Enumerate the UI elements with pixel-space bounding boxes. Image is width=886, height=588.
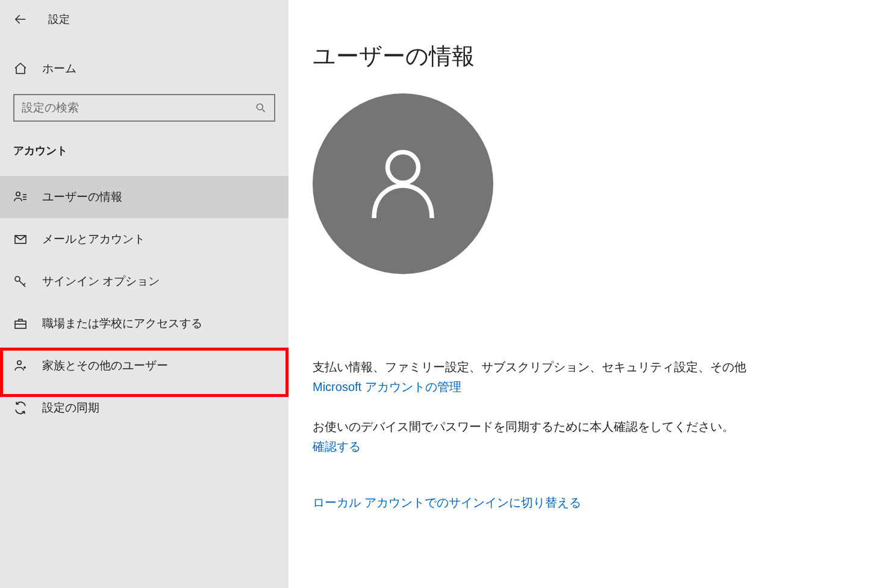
billing-block: 支払い情報、ファミリー設定、サブスクリプション、セキュリティ設定、その他 Mic… (313, 358, 862, 395)
search-box[interactable] (13, 94, 275, 122)
category-label: アカウント (0, 143, 289, 158)
search-wrap (13, 94, 275, 122)
key-icon (13, 274, 28, 289)
billing-info-text: 支払い情報、ファミリー設定、サブスクリプション、セキュリティ設定、その他 (313, 358, 862, 375)
nav-item-label: 職場または学校にアクセスする (42, 316, 202, 331)
verify-block: お使いのデバイス間でパスワードを同期するために本人確認をしてください。 確認する (313, 418, 862, 455)
avatar (313, 93, 493, 274)
search-input[interactable] (22, 101, 255, 114)
nav-item-label: サインイン オプション (42, 274, 160, 289)
nav-item-family-other-users[interactable]: 家族とその他のユーザー (0, 345, 289, 387)
avatar-person-icon (358, 139, 448, 229)
svg-point-8 (15, 277, 20, 281)
switch-local-link[interactable]: ローカル アカウントでのサインインに切り替える (313, 495, 581, 511)
home-icon (13, 61, 28, 76)
sidebar: 設定 ホーム アカウント (0, 0, 289, 588)
home-label: ホーム (42, 61, 76, 77)
user-info-icon (13, 190, 28, 204)
briefcase-icon (13, 316, 28, 331)
nav-item-label: ユーザーの情報 (42, 189, 122, 205)
svg-point-3 (16, 192, 20, 196)
home-row[interactable]: ホーム (0, 52, 289, 86)
svg-line-2 (263, 110, 265, 112)
nav-item-label: 家族とその他のユーザー (42, 358, 168, 374)
svg-point-13 (17, 361, 21, 364)
mail-icon (13, 232, 28, 246)
nav-item-label: メールとアカウント (42, 231, 145, 247)
verify-link[interactable]: 確認する (313, 439, 361, 455)
verify-text: お使いのデバイス間でパスワードを同期するために本人確認をしてください。 (313, 418, 862, 435)
back-button[interactable] (6, 5, 35, 34)
nav-item-user-info[interactable]: ユーザーの情報 (0, 176, 289, 218)
svg-line-10 (23, 283, 25, 285)
switch-local-block: ローカル アカウントでのサインインに切り替える (313, 491, 862, 511)
window-title: 設定 (48, 12, 70, 27)
add-user-icon (13, 358, 28, 373)
nav-list: ユーザーの情報 メールとアカウント サインイン オプション (0, 176, 289, 429)
search-icon (255, 102, 267, 114)
nav-item-signin-options[interactable]: サインイン オプション (0, 260, 289, 302)
nav-item-work-school[interactable]: 職場または学校にアクセスする (0, 302, 289, 345)
page-heading: ユーザーの情報 (313, 41, 862, 72)
sync-icon (13, 401, 28, 415)
back-arrow-icon (14, 13, 27, 26)
nav-item-email-accounts[interactable]: メールとアカウント (0, 218, 289, 260)
svg-rect-11 (15, 321, 26, 328)
svg-point-1 (257, 104, 263, 110)
content: ユーザーの情報 支払い情報、ファミリー設定、サブスクリプション、セキュリティ設定… (289, 0, 886, 588)
nav-item-sync-settings[interactable]: 設定の同期 (0, 387, 289, 429)
svg-point-16 (388, 152, 419, 183)
nav-item-label: 設定の同期 (42, 400, 99, 416)
title-bar: 設定 (0, 5, 289, 34)
manage-account-link[interactable]: Microsoft アカウントの管理 (313, 379, 461, 395)
